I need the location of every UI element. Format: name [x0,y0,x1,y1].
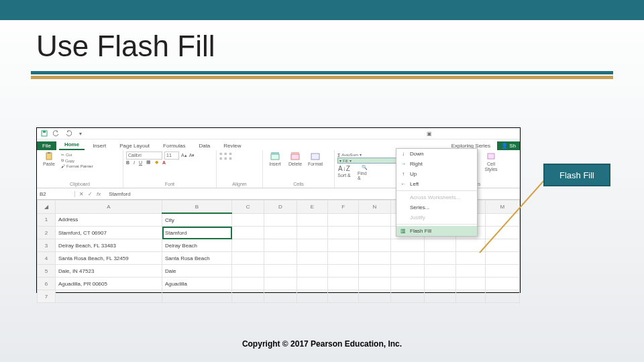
find-select-button[interactable]: 🔍Find & [358,165,371,180]
row-3[interactable]: 3Delray Beach, FL 33483Delray Beach [38,239,520,252]
col-N[interactable]: N [358,200,390,214]
row-4[interactable]: 4Santa Rosa Beach, FL 32459Santa Rosa Be… [38,252,520,265]
col-B[interactable]: B [162,200,232,214]
redo-icon[interactable] [65,130,72,137]
tab-formulas[interactable]: Formulas [158,141,191,150]
cell-B4[interactable]: Santa Rosa Beach [162,252,232,265]
bold-button[interactable]: B [126,160,129,165]
row-5[interactable]: 5Dale, IN 47523Dale [38,265,520,278]
shrink-font-icon[interactable]: A▾ [189,153,195,158]
align-top-icon[interactable]: ≡ [219,152,222,156]
sort-icon: A↓Z [338,165,350,172]
col-F[interactable]: F [328,200,358,214]
fill-menu: ↓Down →Right ↑Up ←Left Across Worksheets… [396,148,478,237]
tab-review[interactable]: Review [218,141,246,150]
tab-page-layout[interactable]: Page Layout [114,141,155,150]
cells-group-label: Cells [266,182,331,186]
svg-rect-2 [46,153,52,160]
flash-fill-item[interactable]: ▥Flash Fill [396,226,477,236]
cell-B2[interactable]: Stamford [162,227,232,239]
group-font: Calibri 11 A▴ A▾ B I U ▦ ◆ A Font [123,150,217,188]
name-box[interactable]: B2 [37,191,75,197]
format-painter-button[interactable]: 🖌Format Painter [61,164,93,169]
alignment-group-label: Alignm [219,182,260,186]
tab-insert[interactable]: Insert [87,141,111,150]
font-size-select[interactable]: 11 [164,152,179,160]
cell-B3[interactable]: Delray Beach [162,239,232,252]
col-C[interactable]: C [232,200,264,214]
align-center-icon[interactable]: ≡ [224,156,227,161]
row-1-num[interactable]: 1 [38,213,56,227]
row-4-num[interactable]: 4 [38,252,56,265]
cell-styles-button[interactable]: CellStyles [482,152,500,176]
align-middle-icon[interactable]: ≡ [224,152,227,156]
sort-label: Sort & [337,173,350,178]
fill-series-item[interactable]: Series... [396,202,477,213]
cancel-icon[interactable]: ✕ [79,191,84,197]
row-6-num[interactable]: 6 [38,278,56,290]
cell-A2[interactable]: Stamford, CT 06907 [56,227,162,239]
col-A[interactable]: A [56,200,162,214]
svg-rect-8 [311,154,319,160]
tab-home[interactable]: Home [59,140,85,150]
format-cells-button[interactable]: Format [306,152,325,166]
grow-font-icon[interactable]: A▴ [181,153,187,158]
underline-button[interactable]: U [139,160,142,165]
customize-qat-icon[interactable]: ▾ [77,130,84,137]
save-icon[interactable] [41,130,48,137]
share-button[interactable]: 👤 Sh [497,141,520,150]
italic-button[interactable]: I [133,160,135,165]
flash-fill-label: Flash Fill [410,228,431,234]
cut-button[interactable]: ✂Cut [61,152,93,158]
header-city[interactable]: City [162,213,232,227]
svg-rect-13 [488,154,494,159]
header-address[interactable]: Address [56,213,162,227]
insert-cells-button[interactable]: Insert [266,152,284,166]
cell-A6[interactable]: Aguadilla, PR 00605 [56,278,162,290]
cell-B6[interactable]: Aguadilla [162,278,232,290]
fill-right-item[interactable]: →Right [396,159,477,169]
row-3-num[interactable]: 3 [38,239,56,252]
row-6[interactable]: 6Aguadilla, PR 00605Aguadilla [38,278,520,290]
col-M[interactable]: M [485,200,519,214]
cell-A3[interactable]: Delray Beach, FL 33483 [56,239,162,252]
col-D[interactable]: D [264,200,297,214]
align-left-icon[interactable]: ≡ [219,156,222,161]
cell-A4[interactable]: Santa Rosa Beach, FL 32459 [56,252,162,265]
tab-file[interactable]: File [37,141,56,150]
fill-across-item: Across Worksheets... [396,192,477,202]
slide-title: Use Flash Fill [36,29,215,63]
cell-B5[interactable]: Dale [162,265,232,278]
fill-up-item[interactable]: ↑Up [396,169,477,179]
format-label: Format [308,162,323,166]
fill-color-icon[interactable]: ◆ [155,160,158,165]
fill-down-item[interactable]: ↓Down [396,149,477,159]
font-color-icon[interactable]: A [162,160,166,165]
formula-input[interactable]: Stamford [105,191,130,197]
paste-button[interactable]: Paste [40,152,58,169]
tab-data[interactable]: Data [193,141,215,150]
font-name-select[interactable]: Calibri [126,152,162,160]
copy-button[interactable]: ⧉Copy [61,158,93,164]
fill-down-label: Down [410,151,423,157]
fx-icon[interactable]: fx [97,191,101,197]
align-bottom-icon[interactable]: ≡ [229,152,231,156]
enter-icon[interactable]: ✓ [88,191,93,197]
col-E[interactable]: E [297,200,328,214]
svg-rect-5 [271,152,279,154]
select-all[interactable]: ◢ [38,200,56,214]
cell-B7[interactable] [162,290,232,303]
cell-A5[interactable]: Dale, IN 47523 [56,265,162,278]
fill-left-item[interactable]: ←Left [396,179,477,189]
ribbon-display-options-icon[interactable]: ▣ [426,130,433,137]
undo-icon[interactable] [53,130,60,137]
row-2-num[interactable]: 2 [38,227,56,239]
align-right-icon[interactable]: ≡ [229,156,231,161]
cell-A7[interactable] [56,290,162,303]
row-5-num[interactable]: 5 [38,265,56,278]
sort-filter-button[interactable]: A↓ZSort & [337,165,351,180]
delete-cells-button[interactable]: Delete [286,152,305,166]
row-7[interactable]: 7 [38,290,520,303]
row-7-num[interactable]: 7 [38,290,56,303]
border-icon[interactable]: ▦ [146,160,151,165]
